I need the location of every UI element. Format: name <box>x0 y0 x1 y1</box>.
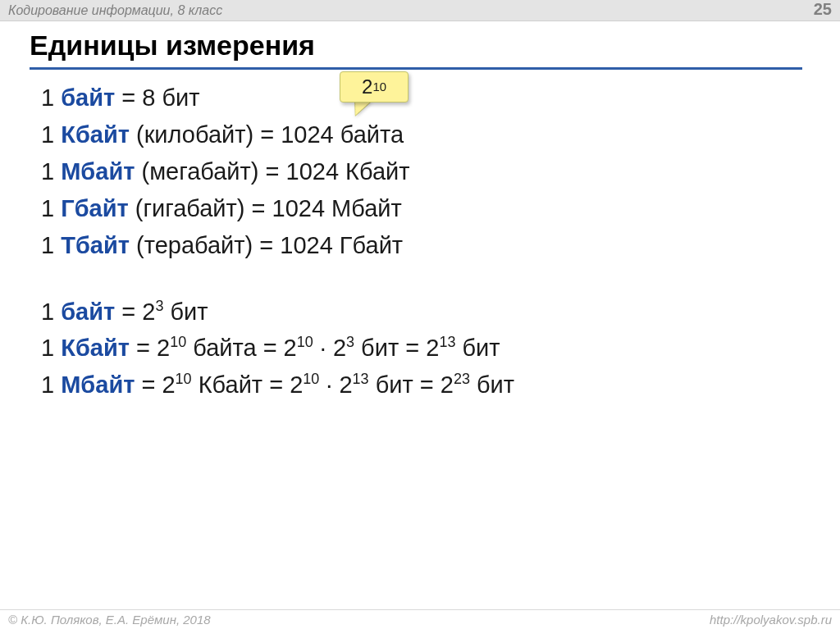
content-area: 1 байт = 8 бит1 Кбайт (килобайт) = 1024 … <box>41 80 815 404</box>
row-sup: 23 <box>454 371 470 388</box>
row-prefix: 1 <box>41 158 61 185</box>
row-sup: 10 <box>170 335 186 351</box>
row-sup: 3 <box>155 298 163 314</box>
unit-row: 1 Мбайт = 210 Кбайт = 210 · 213 бит = 22… <box>41 367 815 403</box>
page-number: 25 <box>814 0 832 19</box>
row-sup: 10 <box>297 335 313 351</box>
row-rest: (гигабайт) = 1024 Мбайт <box>129 195 402 221</box>
row-rest: (мегабайт) = 1024 Кбайт <box>135 158 409 185</box>
row-text: = 2 <box>135 371 175 398</box>
row-prefix: 1 <box>41 371 61 398</box>
row-unit: Мбайт <box>61 158 135 185</box>
row-text: байта = 2 <box>186 335 297 361</box>
header-bar: Кодирование информации, 8 класс 25 <box>0 0 840 21</box>
row-text: бит <box>455 335 500 361</box>
unit-row: 1 байт = 8 бит <box>41 80 815 116</box>
unit-row: 1 Мбайт (мегабайт) = 1024 Кбайт <box>41 154 815 189</box>
row-text: · 2 <box>313 335 346 361</box>
footer-url: http://kpolyakov.spb.ru <box>710 613 832 627</box>
unit-row: 1 Кбайт (килобайт) = 1024 байта <box>41 117 815 153</box>
row-prefix: 1 <box>41 84 61 111</box>
unit-row: 1 Гбайт (гигабайт) = 1024 Мбайт <box>41 191 815 226</box>
row-unit: Кбайт <box>61 121 130 148</box>
header-subject: Кодирование информации, 8 класс <box>8 3 222 18</box>
title-underline <box>30 67 802 70</box>
row-text: бит = 2 <box>354 335 439 361</box>
row-text: Кбайт = 2 <box>192 371 304 398</box>
row-prefix: 1 <box>41 121 61 148</box>
units-block-decimal: 1 байт = 8 бит1 Кбайт (килобайт) = 1024 … <box>41 80 815 263</box>
unit-row: 1 Тбайт (терабайт) = 1024 Гбайт <box>41 228 815 263</box>
unit-row: 1 Кбайт = 210 байта = 210 · 23 бит = 213… <box>41 330 815 366</box>
row-unit: Мбайт <box>61 371 135 398</box>
row-sup: 13 <box>353 371 369 388</box>
row-sup: 13 <box>439 335 455 351</box>
slide-title: Единицы измерения <box>30 30 315 62</box>
row-text: бит <box>470 371 514 398</box>
units-block-powers: 1 байт = 23 бит1 Кбайт = 210 байта = 210… <box>41 294 815 403</box>
row-text: = 2 <box>115 299 155 325</box>
row-unit: Кбайт <box>61 335 130 361</box>
unit-row: 1 байт = 23 бит <box>41 294 815 330</box>
row-text: = 2 <box>130 335 170 361</box>
footer-copyright: © К.Ю. Поляков, Е.А. Ерёмин, 2018 <box>8 613 211 627</box>
row-sup: 3 <box>346 335 354 351</box>
row-prefix: 1 <box>41 299 61 325</box>
footer-bar: © К.Ю. Поляков, Е.А. Ерёмин, 2018 http:/… <box>0 609 840 629</box>
row-unit: байт <box>61 84 115 111</box>
row-text: · 2 <box>319 371 352 398</box>
row-prefix: 1 <box>41 335 61 361</box>
row-prefix: 1 <box>41 232 61 258</box>
row-sup: 10 <box>176 371 192 388</box>
slide: Кодирование информации, 8 класс 25 Едини… <box>0 0 840 629</box>
row-rest: (килобайт) = 1024 байта <box>130 121 404 148</box>
row-sup: 10 <box>303 371 319 388</box>
row-unit: байт <box>61 299 115 325</box>
row-text: бит = 2 <box>369 371 454 398</box>
row-rest: (терабайт) = 1024 Гбайт <box>130 232 403 258</box>
row-rest: = 8 бит <box>115 84 199 111</box>
row-unit: Гбайт <box>61 195 129 221</box>
row-prefix: 1 <box>41 195 61 221</box>
row-text: бит <box>163 299 208 325</box>
row-unit: Тбайт <box>61 232 130 258</box>
